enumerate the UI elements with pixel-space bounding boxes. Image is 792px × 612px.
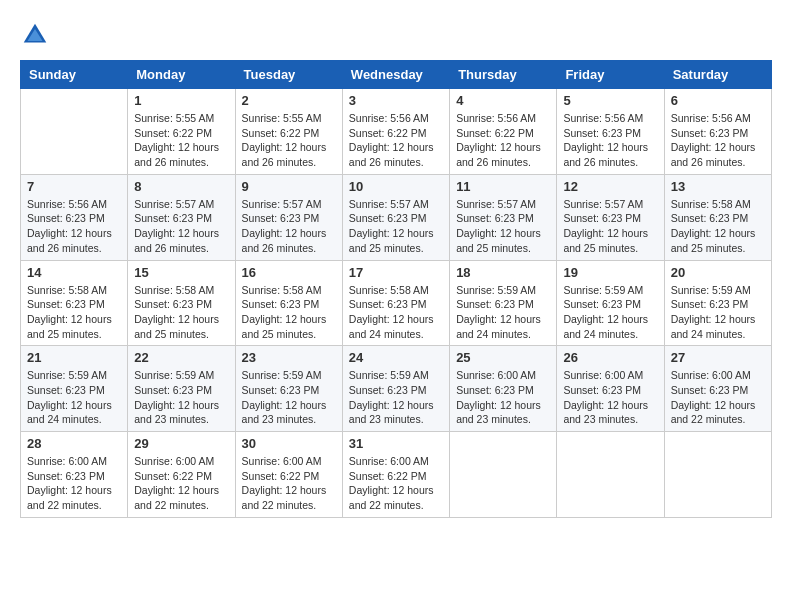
- day-number: 23: [242, 350, 336, 365]
- calendar-cell: 23Sunrise: 5:59 AM Sunset: 6:23 PM Dayli…: [235, 346, 342, 432]
- day-info: Sunrise: 5:58 AM Sunset: 6:23 PM Dayligh…: [27, 283, 121, 342]
- day-number: 11: [456, 179, 550, 194]
- calendar-cell: 21Sunrise: 5:59 AM Sunset: 6:23 PM Dayli…: [21, 346, 128, 432]
- calendar-cell: 4Sunrise: 5:56 AM Sunset: 6:22 PM Daylig…: [450, 89, 557, 175]
- day-number: 8: [134, 179, 228, 194]
- calendar-cell: 12Sunrise: 5:57 AM Sunset: 6:23 PM Dayli…: [557, 174, 664, 260]
- day-number: 4: [456, 93, 550, 108]
- day-number: 3: [349, 93, 443, 108]
- day-number: 6: [671, 93, 765, 108]
- day-info: Sunrise: 5:57 AM Sunset: 6:23 PM Dayligh…: [563, 197, 657, 256]
- day-number: 20: [671, 265, 765, 280]
- day-info: Sunrise: 5:56 AM Sunset: 6:23 PM Dayligh…: [671, 111, 765, 170]
- calendar-cell: 18Sunrise: 5:59 AM Sunset: 6:23 PM Dayli…: [450, 260, 557, 346]
- calendar-cell: 31Sunrise: 6:00 AM Sunset: 6:22 PM Dayli…: [342, 432, 449, 518]
- day-number: 27: [671, 350, 765, 365]
- calendar-cell: [450, 432, 557, 518]
- day-info: Sunrise: 5:59 AM Sunset: 6:23 PM Dayligh…: [242, 368, 336, 427]
- day-info: Sunrise: 5:57 AM Sunset: 6:23 PM Dayligh…: [242, 197, 336, 256]
- day-number: 28: [27, 436, 121, 451]
- header-row: Sunday Monday Tuesday Wednesday Thursday…: [21, 61, 772, 89]
- day-info: Sunrise: 5:57 AM Sunset: 6:23 PM Dayligh…: [134, 197, 228, 256]
- calendar-cell: 1Sunrise: 5:55 AM Sunset: 6:22 PM Daylig…: [128, 89, 235, 175]
- week-row-5: 28Sunrise: 6:00 AM Sunset: 6:23 PM Dayli…: [21, 432, 772, 518]
- calendar-cell: 3Sunrise: 5:56 AM Sunset: 6:22 PM Daylig…: [342, 89, 449, 175]
- day-info: Sunrise: 5:59 AM Sunset: 6:23 PM Dayligh…: [456, 283, 550, 342]
- day-number: 29: [134, 436, 228, 451]
- day-info: Sunrise: 5:58 AM Sunset: 6:23 PM Dayligh…: [349, 283, 443, 342]
- day-number: 18: [456, 265, 550, 280]
- day-info: Sunrise: 6:00 AM Sunset: 6:23 PM Dayligh…: [563, 368, 657, 427]
- day-number: 22: [134, 350, 228, 365]
- calendar-cell: 10Sunrise: 5:57 AM Sunset: 6:23 PM Dayli…: [342, 174, 449, 260]
- calendar-cell: [21, 89, 128, 175]
- week-row-3: 14Sunrise: 5:58 AM Sunset: 6:23 PM Dayli…: [21, 260, 772, 346]
- day-info: Sunrise: 5:56 AM Sunset: 6:22 PM Dayligh…: [456, 111, 550, 170]
- calendar-cell: 30Sunrise: 6:00 AM Sunset: 6:22 PM Dayli…: [235, 432, 342, 518]
- day-number: 7: [27, 179, 121, 194]
- day-number: 12: [563, 179, 657, 194]
- day-number: 19: [563, 265, 657, 280]
- day-number: 2: [242, 93, 336, 108]
- day-info: Sunrise: 5:57 AM Sunset: 6:23 PM Dayligh…: [349, 197, 443, 256]
- calendar-cell: 8Sunrise: 5:57 AM Sunset: 6:23 PM Daylig…: [128, 174, 235, 260]
- calendar-cell: 20Sunrise: 5:59 AM Sunset: 6:23 PM Dayli…: [664, 260, 771, 346]
- calendar-cell: 11Sunrise: 5:57 AM Sunset: 6:23 PM Dayli…: [450, 174, 557, 260]
- day-number: 13: [671, 179, 765, 194]
- col-friday: Friday: [557, 61, 664, 89]
- col-monday: Monday: [128, 61, 235, 89]
- calendar-cell: 9Sunrise: 5:57 AM Sunset: 6:23 PM Daylig…: [235, 174, 342, 260]
- calendar-cell: 27Sunrise: 6:00 AM Sunset: 6:23 PM Dayli…: [664, 346, 771, 432]
- col-thursday: Thursday: [450, 61, 557, 89]
- day-info: Sunrise: 6:00 AM Sunset: 6:22 PM Dayligh…: [242, 454, 336, 513]
- day-number: 21: [27, 350, 121, 365]
- calendar-cell: 14Sunrise: 5:58 AM Sunset: 6:23 PM Dayli…: [21, 260, 128, 346]
- calendar-table: Sunday Monday Tuesday Wednesday Thursday…: [20, 60, 772, 518]
- day-number: 14: [27, 265, 121, 280]
- calendar-cell: 7Sunrise: 5:56 AM Sunset: 6:23 PM Daylig…: [21, 174, 128, 260]
- day-info: Sunrise: 5:59 AM Sunset: 6:23 PM Dayligh…: [349, 368, 443, 427]
- day-info: Sunrise: 6:00 AM Sunset: 6:23 PM Dayligh…: [671, 368, 765, 427]
- col-wednesday: Wednesday: [342, 61, 449, 89]
- calendar-cell: 26Sunrise: 6:00 AM Sunset: 6:23 PM Dayli…: [557, 346, 664, 432]
- calendar-cell: 2Sunrise: 5:55 AM Sunset: 6:22 PM Daylig…: [235, 89, 342, 175]
- day-info: Sunrise: 6:00 AM Sunset: 6:23 PM Dayligh…: [456, 368, 550, 427]
- day-number: 30: [242, 436, 336, 451]
- calendar-cell: [557, 432, 664, 518]
- calendar-cell: 24Sunrise: 5:59 AM Sunset: 6:23 PM Dayli…: [342, 346, 449, 432]
- day-number: 10: [349, 179, 443, 194]
- day-info: Sunrise: 6:00 AM Sunset: 6:22 PM Dayligh…: [349, 454, 443, 513]
- day-info: Sunrise: 5:55 AM Sunset: 6:22 PM Dayligh…: [242, 111, 336, 170]
- calendar-cell: 28Sunrise: 6:00 AM Sunset: 6:23 PM Dayli…: [21, 432, 128, 518]
- day-info: Sunrise: 5:56 AM Sunset: 6:22 PM Dayligh…: [349, 111, 443, 170]
- calendar-cell: 29Sunrise: 6:00 AM Sunset: 6:22 PM Dayli…: [128, 432, 235, 518]
- calendar-cell: 15Sunrise: 5:58 AM Sunset: 6:23 PM Dayli…: [128, 260, 235, 346]
- day-info: Sunrise: 5:58 AM Sunset: 6:23 PM Dayligh…: [242, 283, 336, 342]
- calendar-cell: [664, 432, 771, 518]
- logo-icon: [20, 20, 50, 50]
- day-info: Sunrise: 5:59 AM Sunset: 6:23 PM Dayligh…: [671, 283, 765, 342]
- week-row-2: 7Sunrise: 5:56 AM Sunset: 6:23 PM Daylig…: [21, 174, 772, 260]
- day-info: Sunrise: 5:59 AM Sunset: 6:23 PM Dayligh…: [27, 368, 121, 427]
- day-number: 16: [242, 265, 336, 280]
- calendar-cell: 6Sunrise: 5:56 AM Sunset: 6:23 PM Daylig…: [664, 89, 771, 175]
- col-tuesday: Tuesday: [235, 61, 342, 89]
- day-number: 31: [349, 436, 443, 451]
- day-info: Sunrise: 5:59 AM Sunset: 6:23 PM Dayligh…: [563, 283, 657, 342]
- day-info: Sunrise: 6:00 AM Sunset: 6:22 PM Dayligh…: [134, 454, 228, 513]
- day-info: Sunrise: 5:55 AM Sunset: 6:22 PM Dayligh…: [134, 111, 228, 170]
- day-info: Sunrise: 5:59 AM Sunset: 6:23 PM Dayligh…: [134, 368, 228, 427]
- week-row-4: 21Sunrise: 5:59 AM Sunset: 6:23 PM Dayli…: [21, 346, 772, 432]
- day-number: 26: [563, 350, 657, 365]
- day-info: Sunrise: 5:58 AM Sunset: 6:23 PM Dayligh…: [671, 197, 765, 256]
- calendar-cell: 17Sunrise: 5:58 AM Sunset: 6:23 PM Dayli…: [342, 260, 449, 346]
- calendar-cell: 5Sunrise: 5:56 AM Sunset: 6:23 PM Daylig…: [557, 89, 664, 175]
- calendar-cell: 16Sunrise: 5:58 AM Sunset: 6:23 PM Dayli…: [235, 260, 342, 346]
- day-info: Sunrise: 5:58 AM Sunset: 6:23 PM Dayligh…: [134, 283, 228, 342]
- day-number: 9: [242, 179, 336, 194]
- calendar-cell: 22Sunrise: 5:59 AM Sunset: 6:23 PM Dayli…: [128, 346, 235, 432]
- col-sunday: Sunday: [21, 61, 128, 89]
- calendar-cell: 19Sunrise: 5:59 AM Sunset: 6:23 PM Dayli…: [557, 260, 664, 346]
- day-number: 1: [134, 93, 228, 108]
- day-info: Sunrise: 5:56 AM Sunset: 6:23 PM Dayligh…: [27, 197, 121, 256]
